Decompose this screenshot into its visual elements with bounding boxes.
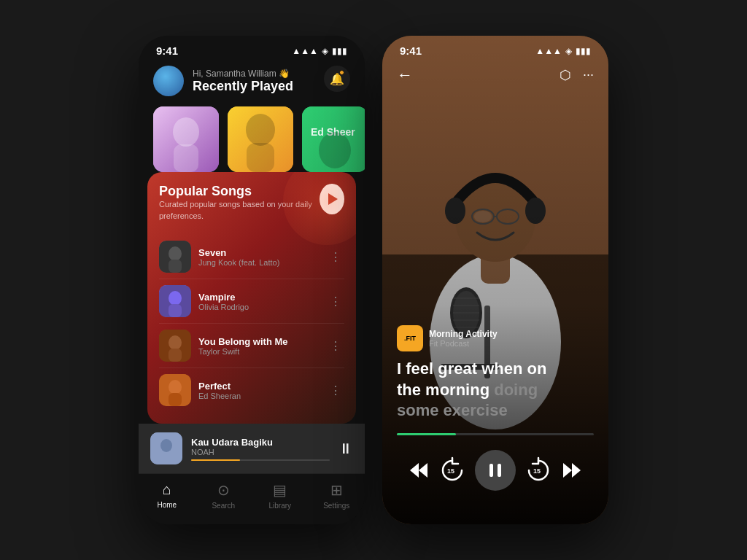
popular-subtitle: Curated popular songs based on your dail… bbox=[159, 199, 320, 222]
nav-label-settings: Settings bbox=[323, 502, 349, 510]
svg-rect-17 bbox=[169, 349, 182, 362]
np-progress-fill bbox=[191, 459, 240, 461]
song-artist-seven: Jung Kook (feat. Latto) bbox=[198, 258, 320, 267]
popular-section: Popular Songs Curated popular songs base… bbox=[139, 172, 365, 424]
svg-rect-49 bbox=[498, 464, 501, 477]
song-menu-ybwm[interactable]: ⋮ bbox=[327, 336, 344, 356]
popular-play-button[interactable] bbox=[320, 184, 344, 214]
rp-thumb-lowkey bbox=[228, 106, 293, 172]
svg-point-22 bbox=[160, 439, 172, 452]
battery-icon: ▮▮▮ bbox=[332, 46, 347, 56]
rp-thumb-photo: Ed Sheer bbox=[302, 106, 365, 172]
song-item-vampire[interactable]: Vampire Olivia Rodrigo ⋮ bbox=[159, 279, 344, 324]
song-thumb-perfect bbox=[159, 374, 191, 406]
bottom-navigation: ⌂ Home ⊙ Search ▤ Library ⊞ Settings bbox=[139, 473, 365, 524]
song-name-seven: Seven bbox=[198, 247, 320, 258]
song-item-seven[interactable]: Seven Jung Kook (feat. Latto) ⋮ bbox=[159, 235, 344, 279]
rp-thumb-cruel bbox=[153, 106, 219, 172]
svg-rect-20 bbox=[169, 393, 182, 406]
wifi-icon: ◈ bbox=[322, 46, 328, 56]
song-menu-vampire[interactable]: ⋮ bbox=[327, 292, 344, 311]
podcast-controls: 15 15 bbox=[397, 450, 594, 513]
nav-item-home[interactable]: ⌂ Home bbox=[139, 481, 196, 510]
svg-marker-45 bbox=[410, 463, 419, 478]
svg-point-10 bbox=[169, 246, 182, 261]
svg-marker-51 bbox=[572, 463, 581, 478]
now-playing-bar: Kau Udara Bagiku NOAH ⏸ bbox=[139, 424, 365, 473]
phones-container: 9:41 ▲▲▲ ◈ ▮▮▮ Hi, Samantha William 👋 Re… bbox=[139, 36, 608, 524]
search-icon: ⊙ bbox=[217, 481, 230, 499]
np-info: Kau Udara Bagiku NOAH bbox=[191, 437, 330, 461]
song-name-ybwm: You Belong with Me bbox=[198, 336, 320, 347]
svg-text:15: 15 bbox=[533, 467, 541, 475]
signal-icon: ▲▲▲ bbox=[292, 46, 318, 56]
svg-point-19 bbox=[169, 380, 182, 394]
np-progress-track bbox=[191, 459, 330, 461]
song-menu-perfect[interactable]: ⋮ bbox=[327, 381, 344, 400]
song-artist-ybwm: Taylor Swift bbox=[198, 347, 320, 356]
nav-item-search[interactable]: ⊙ Search bbox=[196, 481, 252, 510]
topbar-actions: ⬡ ··· bbox=[560, 67, 594, 83]
song-artist-perfect: Ed Sheeran bbox=[198, 392, 320, 400]
song-list: Seven Jung Kook (feat. Latto) ⋮ Vampire bbox=[159, 235, 344, 412]
np-thumbnail bbox=[150, 432, 182, 464]
share-icon[interactable]: ⬡ bbox=[560, 67, 571, 83]
song-menu-seven[interactable]: ⋮ bbox=[327, 247, 344, 267]
podcast-progress-track[interactable] bbox=[397, 433, 594, 435]
greeting-text: Hi, Samantha William 👋 bbox=[193, 69, 293, 79]
rp-card-lowkey[interactable]: Lowkey Niki bbox=[228, 106, 293, 160]
svg-point-1 bbox=[173, 117, 199, 147]
svg-point-13 bbox=[169, 291, 182, 306]
song-thumb-seven bbox=[159, 241, 191, 273]
more-icon[interactable]: ··· bbox=[583, 67, 594, 83]
song-item-ybwm[interactable]: You Belong with Me Taylor Swift ⋮ bbox=[159, 324, 344, 368]
svg-rect-2 bbox=[174, 144, 198, 172]
podcast-badge: .FIT Morning Activity Fit Podcast bbox=[397, 325, 594, 351]
svg-rect-48 bbox=[489, 464, 493, 477]
skip-forward-button[interactable] bbox=[562, 462, 582, 479]
status-icons: ▲▲▲ ◈ ▮▮▮ bbox=[292, 46, 347, 56]
song-artist-vampire: Olivia Rodrigo bbox=[198, 303, 320, 311]
podcast-wifi-icon: ◈ bbox=[565, 46, 572, 56]
notification-button[interactable]: 🔔 bbox=[324, 66, 350, 92]
popular-card: Popular Songs Curated popular songs base… bbox=[147, 172, 356, 424]
back-button[interactable]: ← bbox=[397, 66, 413, 85]
song-thumb-vampire bbox=[159, 285, 191, 317]
nav-item-library[interactable]: ▤ Library bbox=[252, 481, 309, 510]
podcast-info-section: .FIT Morning Activity Fit Podcast I feel… bbox=[382, 325, 608, 524]
rp-card-cruel[interactable]: Cruel Summer Taylor Swift bbox=[153, 106, 219, 160]
play-triangle-icon bbox=[328, 193, 338, 205]
svg-rect-5 bbox=[247, 143, 274, 172]
song-info-vampire: Vampire Olivia Rodrigo bbox=[198, 292, 320, 311]
rp-card-photograph[interactable]: Ed Sheer Photograph Ed Sheeran bbox=[302, 106, 365, 160]
podcast-battery-icon: ▮▮▮ bbox=[576, 46, 591, 56]
podcast-meta: Morning Activity Fit Podcast bbox=[429, 329, 498, 348]
home-icon: ⌂ bbox=[163, 481, 171, 498]
svg-rect-14 bbox=[169, 304, 182, 317]
np-title: Kau Udara Bagiku bbox=[191, 437, 330, 448]
rewind-15-button[interactable]: 15 bbox=[438, 456, 466, 484]
nav-label-home: Home bbox=[157, 501, 177, 509]
header-left: Hi, Samantha William 👋 Recently Played bbox=[153, 66, 293, 96]
popular-card-header: Popular Songs Curated popular songs base… bbox=[159, 184, 344, 232]
section-title: Recently Played bbox=[193, 79, 293, 94]
svg-marker-52 bbox=[563, 463, 572, 478]
song-item-perfect[interactable]: Perfect Ed Sheeran ⋮ bbox=[159, 368, 344, 412]
header-text: Hi, Samantha William 👋 Recently Played bbox=[193, 69, 293, 94]
now-playing-pause-button[interactable]: ⏸ bbox=[338, 440, 353, 457]
svg-marker-46 bbox=[419, 463, 427, 478]
svg-point-16 bbox=[169, 335, 182, 350]
library-icon: ▤ bbox=[273, 481, 287, 499]
popular-title: Popular Songs bbox=[159, 184, 320, 199]
nav-item-settings[interactable]: ⊞ Settings bbox=[309, 481, 365, 510]
forward-15-button[interactable]: 15 bbox=[525, 456, 552, 484]
settings-icon: ⊞ bbox=[330, 481, 343, 499]
phone2-content: 9:41 ▲▲▲ ◈ ▮▮▮ ← ⬡ ··· bbox=[382, 36, 608, 524]
podcast-pause-button[interactable] bbox=[475, 450, 516, 491]
svg-rect-11 bbox=[169, 260, 182, 273]
podcast-status-icons: ▲▲▲ ◈ ▮▮▮ bbox=[535, 46, 591, 56]
song-name-perfect: Perfect bbox=[198, 381, 320, 392]
podcast-signal-icon: ▲▲▲ bbox=[535, 46, 562, 56]
podcast-progress-fill bbox=[397, 433, 456, 435]
skip-back-button[interactable] bbox=[409, 462, 429, 479]
